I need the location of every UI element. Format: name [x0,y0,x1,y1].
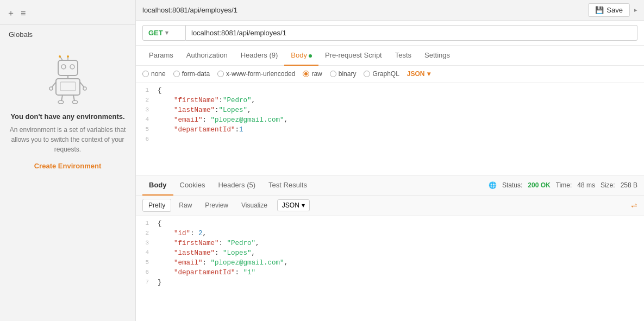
time-value: 48 ms [577,181,595,189]
save-icon: 💾 [595,6,604,14]
resp-line-2: 2 "id": 2, [136,230,644,240]
format-tab-pretty[interactable]: Pretty [142,199,171,212]
main-panel: localhost:8081/api/employes/1 💾 Save ▸ G… [136,0,644,321]
svg-rect-9 [60,82,76,91]
tab-pre-request-script[interactable]: Pre-request Script [318,46,389,66]
body-type-bar: none form-data x-www-form-urlencoded raw… [136,66,644,83]
globe-icon: 🌐 [489,181,497,189]
save-label: Save [607,6,623,14]
menu-icon[interactable]: ≡ [21,9,26,18]
body-type-urlencoded[interactable]: x-www-form-urlencoded [217,70,295,78]
request-body-editor[interactable]: 1 { 2 "firstName":"Pedro", 3 "lastName":… [136,83,644,175]
response-tabs-bar: Body Cookies Headers (5) Test Results 🌐 … [136,175,644,196]
resp-line-5: 5 "email": "plopez@gmail.com", [136,259,644,269]
request-tabs-bar: Params Authorization Headers (9) Body Pr… [136,46,644,66]
json-dropdown-arrow: ▾ [427,70,430,78]
response-json-selector[interactable]: JSON ▾ [277,199,310,211]
resp-line-4: 4 "lastName": "Lopes", [136,249,644,259]
response-json-arrow: ▾ [302,202,305,209]
robot-illustration [46,55,90,104]
format-tab-visualize[interactable]: Visualize [236,199,273,211]
radio-urlencoded [217,71,224,77]
method-label: GET [148,29,163,37]
tab-authorization[interactable]: Authorization [180,46,234,66]
resp-line-6: 6 "departamentId": "1" [136,269,644,279]
resp-line-1: 1 { [136,220,644,230]
svg-point-6 [59,55,61,58]
page-url-display: localhost:8081/api/employes/1 [142,6,584,14]
format-tab-raw[interactable]: Raw [173,199,197,211]
body-type-raw[interactable]: raw [303,70,322,78]
body-type-graphql[interactable]: GraphQL [364,70,399,78]
request-bar: GET ▾ [136,21,644,46]
radio-raw [303,71,309,77]
status-value: 200 OK [528,181,550,189]
body-dot-indicator [309,54,312,58]
sidebar-robot-section: You don't have any environments. An envi… [0,55,135,170]
radio-binary [330,71,336,77]
svg-point-16 [58,100,64,104]
svg-line-11 [80,82,84,87]
empty-env-desc: An environment is a set of variables tha… [0,125,135,154]
status-label: Status: [502,181,522,189]
filter-icon[interactable]: ⇌ [631,201,637,210]
svg-rect-8 [56,79,80,95]
response-tab-cookies[interactable]: Cookies [173,175,212,196]
response-section: Body Cookies Headers (5) Test Results 🌐 … [136,175,644,321]
body-type-none[interactable]: none [142,70,166,78]
svg-line-10 [52,82,56,87]
resp-line-3: 3 "firstName": "Pedro", [136,240,644,249]
time-label: Time: [556,181,572,189]
req-line-2: 2 "firstName":"Pedro", [136,97,644,106]
save-button[interactable]: 💾 Save [588,3,630,17]
svg-rect-0 [58,60,78,75]
svg-point-12 [49,87,53,90]
plus-icon[interactable]: ＋ [7,8,15,19]
body-type-binary[interactable]: binary [330,70,357,78]
svg-point-17 [72,100,78,104]
sidebar: ＋ ≡ Globals [0,0,136,321]
req-line-3: 3 "lastName":"Lopes", [136,106,644,116]
response-tab-body[interactable]: Body [142,175,173,196]
svg-point-13 [83,87,86,90]
url-input[interactable] [186,25,637,41]
svg-point-1 [61,65,66,69]
body-type-form-data[interactable]: form-data [173,70,210,78]
svg-point-2 [70,65,74,69]
json-format-selector[interactable]: JSON ▾ [407,70,430,78]
tab-params[interactable]: Params [142,46,180,66]
save-arrow-icon[interactable]: ▸ [634,7,637,14]
radio-graphql [364,71,370,77]
sidebar-top-bar: ＋ ≡ [0,5,135,25]
response-format-bar: Pretty Raw Preview Visualize JSON ▾ ⇌ [136,196,644,216]
response-tab-headers[interactable]: Headers (5) [211,175,262,196]
create-environment-link[interactable]: Create Environment [34,162,102,170]
req-line-5: 5 "departamentId":1 [136,126,644,136]
radio-none [142,71,149,77]
req-line-4: 4 "email": "plopez@gmail.com", [136,116,644,126]
tab-headers[interactable]: Headers (9) [234,46,285,66]
tab-settings[interactable]: Settings [418,46,457,66]
tab-body[interactable]: Body [284,46,318,66]
svg-point-4 [67,55,69,58]
radio-form-data [173,71,180,77]
method-selector[interactable]: GET ▾ [142,25,186,41]
url-bar: localhost:8081/api/employes/1 💾 Save ▸ [136,0,644,21]
format-tab-preview[interactable]: Preview [199,199,234,211]
method-dropdown-arrow: ▾ [165,29,168,36]
size-value: 258 B [621,181,637,189]
resp-line-7: 7 } [136,279,644,288]
tab-tests[interactable]: Tests [389,46,418,66]
response-body-display: 1 { 2 "id": 2, 3 "firstName": "Pedro", 4… [136,216,644,321]
sidebar-globals-label: Globals [0,25,135,44]
response-tab-test-results[interactable]: Test Results [262,175,314,196]
empty-env-title: You don't have any environments. [10,112,124,121]
req-line-6: 6 [136,136,644,146]
response-meta: 🌐 Status: 200 OK Time: 48 ms Size: 258 B [489,181,637,189]
size-label: Size: [601,181,615,189]
req-line-1: 1 { [136,87,644,97]
